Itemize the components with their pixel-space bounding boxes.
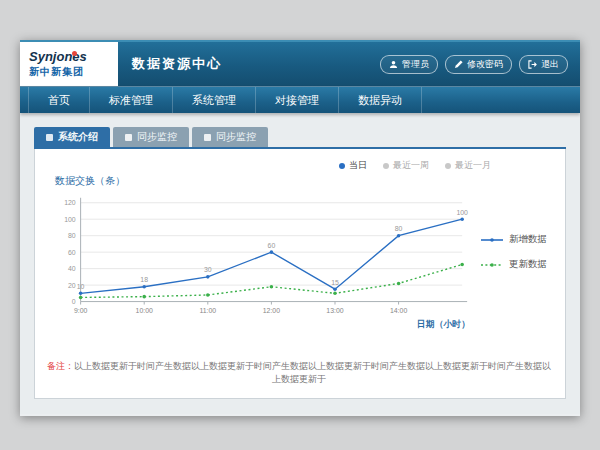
svg-text:15: 15 [331, 279, 339, 286]
logo: Synjones 新中新集团 [20, 42, 118, 86]
range-filter[interactable]: 最近一周 [383, 159, 429, 172]
svg-text:100: 100 [456, 209, 468, 216]
legend-filters: 当日最近一周最近一月 [47, 157, 551, 172]
svg-text:40: 40 [68, 265, 76, 272]
nav-item[interactable]: 系统管理 [173, 87, 256, 113]
series-legend: 新增数据更新数据 [480, 233, 547, 271]
header-button-label: 退出 [541, 58, 559, 71]
svg-text:12:00: 12:00 [263, 307, 280, 314]
brand-dot-icon [72, 51, 77, 56]
svg-text:0: 0 [72, 298, 76, 305]
app-header: Synjones 新中新集团 数据资源中心 管理员修改密码退出 [20, 40, 580, 86]
svg-text:80: 80 [68, 232, 76, 239]
nav-item[interactable]: 数据异动 [339, 87, 422, 113]
svg-text:60: 60 [68, 249, 76, 256]
nav-item[interactable]: 标准管理 [90, 87, 173, 113]
filter-dot-icon [339, 163, 345, 169]
svg-text:100: 100 [64, 216, 76, 223]
header-button-label: 修改密码 [467, 58, 503, 71]
tab-icon [46, 134, 53, 141]
filter-label: 最近一周 [393, 159, 429, 172]
app-window: Synjones 新中新集团 数据资源中心 管理员修改密码退出 首页标准管理系统… [20, 40, 580, 416]
header-button-label: 管理员 [402, 58, 429, 71]
svg-text:120: 120 [64, 199, 76, 206]
svg-text:13:00: 13:00 [326, 307, 343, 314]
footnote-prefix: 备注： [47, 361, 74, 371]
tab[interactable]: 系统介绍 [34, 127, 110, 147]
series-legend-label: 新增数据 [509, 233, 547, 246]
tab[interactable]: 同步监控 [192, 127, 268, 147]
footnote-text: 以上数据更新于时间产生数据以上数据更新于时间产生数据以上数据更新于时间产生数据以… [74, 361, 551, 384]
tab[interactable]: 同步监控 [113, 127, 189, 147]
svg-text:20: 20 [68, 282, 76, 289]
footnote: 备注：以上数据更新于时间产生数据以上数据更新于时间产生数据以上数据更新于时间产生… [47, 360, 551, 390]
range-filter[interactable]: 最近一月 [445, 159, 491, 172]
tab-icon [125, 134, 132, 141]
filter-dot-icon [445, 163, 451, 169]
series-legend-label: 更新数据 [509, 258, 547, 271]
main-content: 系统介绍同步监控同步监控 当日最近一周最近一月 数据交换（条） 02040608… [20, 113, 580, 414]
tab-icon [204, 134, 211, 141]
brand-chinese-name: 新中新集团 [29, 65, 118, 79]
line-chart: 0204060801001209:0010:0011:0012:0013:001… [47, 190, 478, 340]
range-filter[interactable]: 当日 [339, 159, 367, 172]
svg-text:14:00: 14:00 [390, 307, 407, 314]
svg-text:10:00: 10:00 [136, 307, 153, 314]
header-button[interactable]: 管理员 [380, 55, 438, 74]
tab-label: 系统介绍 [58, 130, 98, 144]
header-button[interactable]: 修改密码 [445, 55, 512, 74]
y-axis-title: 数据交换（条） [55, 174, 551, 188]
filter-dot-icon [383, 163, 389, 169]
chart-card: 当日最近一周最近一月 数据交换（条） 0204060801001209:0010… [34, 149, 566, 399]
nav-item[interactable]: 对接管理 [256, 87, 339, 113]
tab-label: 同步监控 [137, 130, 177, 144]
svg-text:30: 30 [204, 266, 212, 273]
nav-menu: 首页标准管理系统管理对接管理数据异动 [20, 86, 580, 113]
svg-text:18: 18 [140, 276, 148, 283]
desktop-background: Synjones 新中新集团 数据资源中心 管理员修改密码退出 首页标准管理系统… [0, 0, 600, 450]
logout-icon [528, 60, 537, 69]
edit-icon [454, 60, 463, 69]
svg-text:10: 10 [77, 283, 85, 290]
header-button[interactable]: 退出 [519, 55, 568, 74]
user-icon [389, 60, 398, 69]
series-legend-item[interactable]: 新增数据 [480, 233, 547, 246]
tab-label: 同步监控 [216, 130, 256, 144]
series-legend-item[interactable]: 更新数据 [480, 258, 547, 271]
chart-area: 0204060801001209:0010:0011:0012:0013:001… [47, 190, 551, 340]
header-actions: 管理员修改密码退出 [380, 42, 580, 86]
series-line-icon [480, 236, 504, 244]
tab-bar: 系统介绍同步监控同步监控 [34, 127, 566, 147]
series-line-icon [480, 261, 504, 269]
nav-item[interactable]: 首页 [28, 87, 90, 113]
page-title: 数据资源中心 [132, 55, 222, 73]
filter-label: 当日 [349, 159, 367, 172]
svg-text:60: 60 [268, 242, 276, 249]
svg-text:11:00: 11:00 [199, 307, 216, 314]
filter-label: 最近一月 [455, 159, 491, 172]
svg-text:80: 80 [395, 225, 403, 232]
svg-text:9:00: 9:00 [74, 307, 88, 314]
svg-text:日期（小时）: 日期（小时） [417, 319, 470, 329]
